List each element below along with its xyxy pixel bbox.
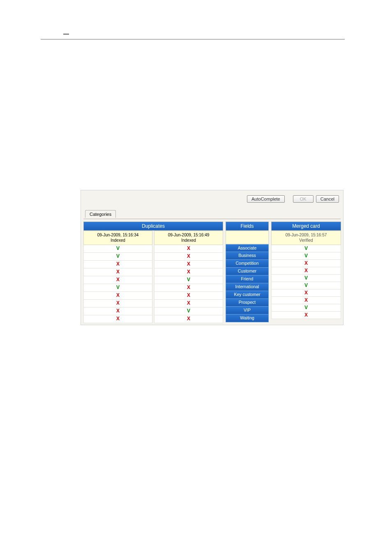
- field-label: International: [226, 283, 269, 291]
- cancel-button[interactable]: Cancel: [316, 195, 339, 203]
- merged-cell[interactable]: V: [271, 275, 341, 282]
- dup-cell-1[interactable]: X: [154, 261, 223, 268]
- dup-cell-0[interactable]: X: [83, 315, 152, 323]
- field-label: VIP: [226, 307, 269, 314]
- fields-column: Fields AssociateBusinessCompetitionCusto…: [226, 222, 269, 322]
- merged-cell[interactable]: X: [271, 297, 341, 304]
- dup-cell-0[interactable]: X: [83, 300, 152, 308]
- dup-source-1-header[interactable]: 09-Jun-2009, 15:16:49 Indexed: [154, 231, 223, 245]
- dup-cell-1[interactable]: V: [154, 308, 223, 315]
- dup-cell-0[interactable]: V: [83, 284, 152, 292]
- dup-cell-1[interactable]: V: [154, 276, 223, 284]
- dup-row: XV: [83, 276, 223, 284]
- merged-cell[interactable]: X: [271, 312, 341, 319]
- tab-strip: Categories: [83, 210, 341, 219]
- dup-cell-1[interactable]: X: [154, 245, 223, 253]
- field-label: Competition: [226, 260, 269, 268]
- dup-source-1-status: Indexed: [181, 238, 196, 243]
- autocomplete-button[interactable]: AutoComplete: [247, 195, 285, 203]
- duplicates-header: Duplicates: [83, 222, 223, 231]
- field-label: Associate: [226, 244, 269, 252]
- fields-header: Fields: [226, 222, 269, 231]
- dup-source-0-ts: 09-Jun-2009, 15:16:34: [97, 233, 139, 237]
- dup-cell-1[interactable]: X: [154, 292, 223, 300]
- dup-cell-1[interactable]: X: [154, 300, 223, 308]
- dup-cell-0[interactable]: X: [83, 268, 152, 276]
- dup-cell-1[interactable]: X: [154, 284, 223, 292]
- header-mark: [63, 34, 69, 35]
- field-label: Friend: [226, 275, 269, 283]
- dup-cell-1[interactable]: X: [154, 315, 223, 323]
- dup-cell-0[interactable]: X: [83, 276, 152, 284]
- dup-source-0-header[interactable]: 09-Jun-2009, 15:16:34 Indexed: [83, 231, 152, 245]
- merged-source-ts: 09-Jun-2009, 15:16:57: [286, 233, 327, 237]
- dup-cell-1[interactable]: X: [154, 268, 223, 276]
- merged-cell[interactable]: X: [271, 267, 341, 275]
- merged-cell[interactable]: V: [271, 304, 341, 312]
- dup-row: XX: [83, 261, 223, 268]
- dup-source-1-ts: 09-Jun-2009, 15:16:49: [168, 233, 210, 237]
- field-label: Customer: [226, 268, 269, 275]
- merged-source-status: Verified: [299, 238, 313, 243]
- dup-source-0-status: Indexed: [111, 238, 125, 243]
- dup-row: VX: [83, 245, 223, 253]
- fields-subhead-spacer: [226, 231, 269, 244]
- header-rule: [41, 39, 345, 39]
- dup-cell-1[interactable]: X: [154, 253, 223, 261]
- tab-categories[interactable]: Categories: [85, 210, 116, 218]
- merge-grid: Duplicates 09-Jun-2009, 15:16:34 Indexed…: [81, 219, 343, 325]
- dup-row: XX: [83, 315, 223, 323]
- dup-row: XV: [83, 308, 223, 315]
- merged-cell[interactable]: V: [271, 252, 341, 260]
- dup-row: XX: [83, 300, 223, 308]
- dup-row: XX: [83, 292, 223, 300]
- merged-column: Merged card 09-Jun-2009, 15:16:57 Verifi…: [271, 222, 341, 319]
- dup-cell-0[interactable]: V: [83, 245, 152, 253]
- merged-header: Merged card: [271, 222, 341, 231]
- merged-cell[interactable]: V: [271, 282, 341, 289]
- merged-cell[interactable]: V: [271, 245, 341, 252]
- ok-button[interactable]: OK: [293, 195, 314, 203]
- field-label: Key customer: [226, 291, 269, 299]
- dup-row: VX: [83, 253, 223, 261]
- field-label: Business: [226, 252, 269, 260]
- dup-cell-0[interactable]: X: [83, 292, 152, 300]
- tab-baseline: [83, 219, 341, 219]
- field-label: Prospect: [226, 299, 269, 307]
- dup-row: XX: [83, 268, 223, 276]
- dup-cell-0[interactable]: V: [83, 253, 152, 261]
- field-label: Waiting: [226, 314, 269, 322]
- merge-dialog: AutoComplete OK Cancel Categories Duplic…: [81, 190, 344, 325]
- merged-cell[interactable]: X: [271, 260, 341, 267]
- dup-cell-0[interactable]: X: [83, 308, 152, 315]
- merged-cell[interactable]: X: [271, 289, 341, 297]
- duplicates-column: Duplicates 09-Jun-2009, 15:16:34 Indexed…: [83, 222, 223, 323]
- dialog-button-bar: AutoComplete OK Cancel: [81, 190, 343, 210]
- dup-cell-0[interactable]: X: [83, 261, 152, 268]
- dup-row: VX: [83, 284, 223, 292]
- merged-source-header[interactable]: 09-Jun-2009, 15:16:57 Verified: [271, 231, 341, 245]
